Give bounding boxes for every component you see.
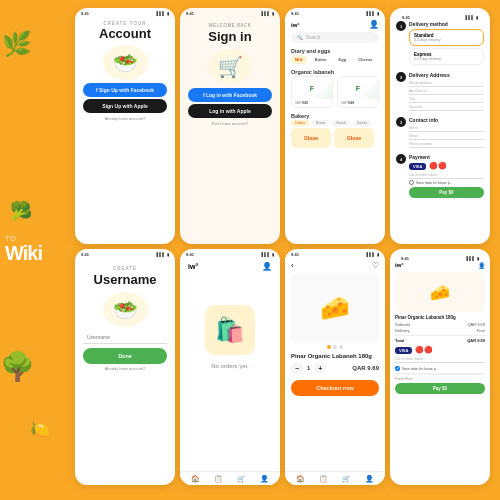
status-icons-7: ▌▌▌ ▮ [366, 252, 379, 257]
nav-cart[interactable]: 🛒 [237, 475, 246, 483]
chip-cheese[interactable]: Cheese [354, 55, 376, 64]
card-holder-field[interactable]: Card holder name [409, 172, 484, 179]
step-4-row: 4 Payment VISA 🔴🔴 Card holder name Save … [396, 154, 484, 200]
screen-no-orders: 9:41 ▌▌▌ ▮ iw° 👤 🛍️ No orders yet. 🏠 📋 🛒… [180, 249, 280, 485]
bag-area: 🛍️ [180, 305, 280, 355]
chip-cakes[interactable]: Cakes [291, 120, 309, 126]
apple-signup-button[interactable]: Sign Up with Apple [83, 99, 167, 113]
screen-checkout-steps: 9:41 ▌▌▌ ▮ 1 Delivery method Standard 3-… [390, 8, 490, 244]
save-data-checkbox[interactable] [409, 180, 414, 185]
image-dots [285, 345, 385, 349]
signal-icon-2: ▌▌▌ [261, 11, 270, 16]
payment-cards-row: VISA 🔴🔴 [409, 162, 484, 170]
visa-card[interactable]: VISA [409, 163, 426, 170]
step-3-title: Contact info [409, 117, 484, 123]
apt-field[interactable]: Apt./Suit no [409, 88, 484, 95]
chip-bread[interactable]: Bread [312, 120, 329, 126]
battery-icon-4: ▮ [476, 15, 478, 20]
brand-box-2[interactable]: Gloue [334, 128, 374, 148]
create-label: CREATE [75, 266, 175, 271]
step-2-row: 2 Delivery Address Street address Apt./S… [396, 72, 484, 112]
no-account-label[interactable]: Don't have account? [180, 121, 280, 126]
back-icon[interactable]: ‹ [291, 261, 294, 270]
organic-products-row: F SAR 9.69 F SAR 9.69 [285, 76, 385, 111]
status-icons-6: ▌▌▌ ▮ [261, 252, 274, 257]
nav-home[interactable]: 🏠 [191, 475, 200, 483]
have-account-label-5[interactable]: Already have account? [75, 366, 175, 371]
bowl-emoji-5: 🥗 [113, 298, 138, 322]
nav-orders[interactable]: 📋 [214, 475, 223, 483]
username-input[interactable] [83, 331, 167, 344]
wiki-label: Wiki [5, 242, 42, 265]
zip-field[interactable]: Zip code [409, 104, 484, 111]
save-card-row: Save data for future p... [395, 366, 485, 371]
facebook-login-button[interactable]: f Log in with Facebook [188, 88, 272, 102]
nav-profile-7[interactable]: 👤 [365, 475, 374, 483]
city-field[interactable]: City [409, 96, 484, 103]
have-account-label[interactable]: Already have account? [75, 116, 175, 121]
time-3: 9:41 [291, 11, 299, 16]
account-title: Account [75, 27, 175, 41]
qty-minus-button[interactable]: − [291, 362, 303, 374]
nav-cart-7[interactable]: 🛒 [342, 475, 351, 483]
done-button[interactable]: Done [83, 348, 167, 364]
nav-profile[interactable]: 👤 [260, 475, 269, 483]
final-pay-button[interactable]: Pay $0 [395, 383, 485, 394]
chip-snack[interactable]: Snack [332, 120, 350, 126]
chip-milk[interactable]: Milk [291, 55, 307, 64]
time-6: 9:41 [186, 252, 194, 257]
step-4-content: Payment VISA 🔴🔴 Card holder name Save da… [409, 154, 484, 200]
battery-icon-3: ▮ [377, 11, 379, 16]
save-card-checkbox[interactable] [395, 366, 400, 371]
username-title: Username [75, 272, 175, 287]
total-value: QAR 9.69 [467, 338, 485, 343]
search-bar[interactable]: 🔍 Search [291, 32, 379, 43]
nav-home-7[interactable]: 🏠 [296, 475, 305, 483]
checkout-now-button[interactable]: Checkout now [291, 380, 379, 396]
facebook-signup-button[interactable]: f Sign Up with Facebook [83, 83, 167, 97]
wishlist-icon[interactable]: ♡ [372, 261, 379, 270]
phone-grid: 9:41 ▌▌▌ ▮ CREATE YOUR Account 🥗 f Sign … [75, 8, 490, 485]
screen-create-account: 9:41 ▌▌▌ ▮ CREATE YOUR Account 🥗 f Sign … [75, 8, 175, 244]
status-bar-3: 9:41 ▌▌▌ ▮ [285, 8, 385, 17]
product-card-1[interactable]: F SAR 9.69 [291, 76, 333, 108]
pay-button[interactable]: Pay $0 [409, 187, 484, 198]
brand-box-1[interactable]: Gloue [291, 128, 331, 148]
product-card-2[interactable]: F SAR 9.69 [337, 76, 379, 108]
chip-sweet[interactable]: Sweet [353, 120, 371, 126]
pay-card-name-field[interactable]: Card holder name [395, 356, 485, 363]
chip-butter[interactable]: Butter [311, 55, 331, 64]
step-num-3: 3 [396, 117, 406, 127]
step-2-content: Delivery Address Street address Apt./Sui… [409, 72, 484, 112]
apple-login-button[interactable]: Log in with Apple [188, 104, 272, 118]
total-row-1: Subtotal QAR 9.69 [395, 322, 485, 327]
pay-mc-card[interactable]: 🔴🔴 [415, 346, 433, 354]
save-data-label: Save data for future p... [416, 181, 453, 185]
pay-visa-card[interactable]: VISA [395, 347, 412, 354]
delivery-express[interactable]: Express 1-2 Days delivery [409, 48, 484, 65]
phone-field[interactable]: Phone number [409, 141, 484, 148]
email-field[interactable]: Email [409, 133, 484, 140]
nav-orders-7[interactable]: 📋 [319, 475, 328, 483]
bottom-nav-7: 🏠 📋 🛒 👤 [285, 471, 385, 485]
delivery-standard[interactable]: Standard 3-5 days delivery [409, 29, 484, 46]
subtotal-value: QAR 9.69 [467, 322, 485, 327]
pay-summary-header: iw° 👤 [395, 262, 485, 269]
time-1: 9:41 [81, 11, 89, 16]
deco-leaf-1: 🌿 [2, 30, 32, 58]
qty-plus-button[interactable]: + [314, 362, 326, 374]
delivery-label: Delivery [395, 328, 409, 333]
dot-1 [327, 345, 331, 349]
street-address-field[interactable]: Street address [409, 80, 484, 87]
step-1-row: 1 Delivery method Standard 3-5 days deli… [396, 21, 484, 67]
avatar-area-2: 🛒 [180, 49, 280, 84]
brand-label-2: Gloue [347, 135, 361, 141]
avatar-area-1: 🥗 [75, 45, 175, 80]
chip-egg[interactable]: Egg [335, 55, 351, 64]
qty-value: 1 [307, 365, 310, 371]
qty-price-row: − 1 + QAR 9.69 [285, 360, 385, 376]
grocery-header: iw° 👤 [285, 17, 385, 32]
name-field[interactable]: Name [409, 125, 484, 132]
mc-card[interactable]: 🔴🔴 [429, 162, 447, 170]
to-label: TO [5, 235, 42, 242]
